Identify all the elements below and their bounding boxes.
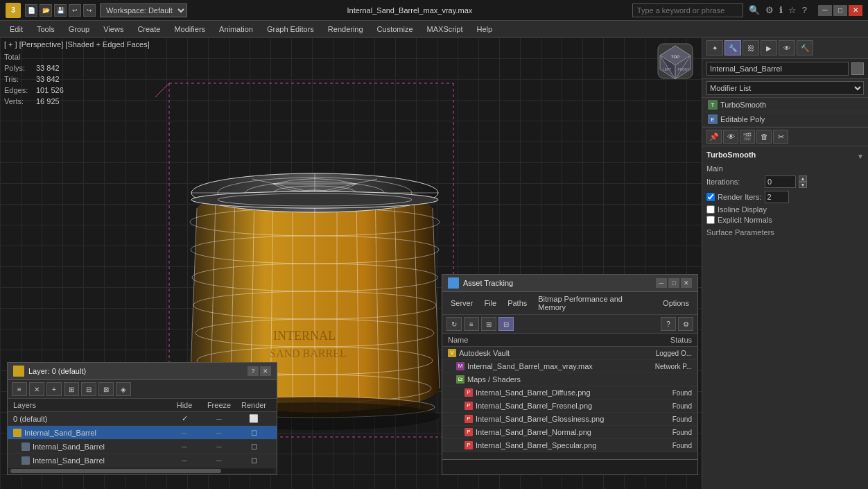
- asset-refresh-btn[interactable]: ↻: [446, 317, 462, 331]
- menu-customize[interactable]: Customize: [370, 23, 420, 35]
- iterations-up[interactable]: ▲: [799, 175, 807, 182]
- asset-row-4[interactable]: P Internal_Sand_Barrel_Fresnel.png Found: [442, 400, 697, 413]
- modifier-item-turbosmooth[interactable]: T TurboSmooth: [702, 98, 868, 112]
- menu-animation[interactable]: Animation: [212, 23, 260, 35]
- surface-params-label[interactable]: Surface Parameters: [706, 228, 864, 237]
- asset-row-2[interactable]: 🗂 Maps / Shaders: [442, 373, 697, 386]
- asset-minimize-btn[interactable]: ─: [656, 278, 667, 288]
- layer-row-0[interactable]: 0 (default) ✓ ─ ⬜: [8, 412, 277, 426]
- maps-folder-icon: 🗂: [456, 375, 465, 384]
- show-in-render-btn[interactable]: 🎬: [740, 130, 755, 144]
- layer-delete-btn[interactable]: ✕: [29, 382, 44, 396]
- create-panel-btn[interactable]: ✦: [706, 40, 723, 55]
- search-icon[interactable]: 🔍: [747, 5, 761, 15]
- layer-btn6[interactable]: ⊠: [98, 382, 114, 396]
- layer-help-btn[interactable]: ?: [248, 366, 259, 376]
- layer-btn5[interactable]: ⊟: [81, 382, 96, 396]
- layer-btn7[interactable]: ◈: [116, 382, 131, 396]
- cut-modifier-btn[interactable]: ✂: [773, 130, 788, 144]
- menu-graph-editors[interactable]: Graph Editors: [260, 23, 321, 35]
- workspace-selector[interactable]: Workspace: Default: [100, 3, 187, 17]
- render-iters-input[interactable]: [765, 191, 789, 203]
- menu-modifiers[interactable]: Modifiers: [167, 23, 212, 35]
- asset-grid-btn[interactable]: ⊞: [481, 317, 496, 331]
- layer-row-2[interactable]: Internal_Sand_Barrel ─ ─ ◻: [8, 440, 277, 454]
- asset-list-btn[interactable]: ≡: [464, 317, 479, 331]
- motion-btn[interactable]: ▶: [761, 40, 777, 55]
- asset-menu-bitmap[interactable]: Bitmap Performance and Memory: [534, 293, 656, 313]
- layer-close-btn[interactable]: ✕: [260, 366, 271, 376]
- isoline-checkbox[interactable]: [706, 205, 715, 214]
- asset-help-btn[interactable]: ?: [661, 317, 676, 331]
- search-input[interactable]: [632, 3, 743, 17]
- close-button[interactable]: ✕: [849, 5, 862, 16]
- explicit-normals-checkbox[interactable]: [706, 216, 715, 224]
- asset-menu-options[interactable]: Options: [659, 298, 693, 309]
- asset-table-btn[interactable]: ⊟: [498, 317, 514, 331]
- layer-add-btn[interactable]: +: [46, 382, 62, 396]
- layer-type-btn[interactable]: ≡: [12, 382, 27, 396]
- layer-dash-0: ─: [202, 415, 236, 423]
- asset-input-bar[interactable]: [442, 459, 697, 474]
- save-btn[interactable]: 💾: [54, 4, 67, 17]
- svg-line-4: [155, 83, 169, 97]
- layer-scroll-thumb[interactable]: [10, 469, 221, 473]
- menu-help[interactable]: Help: [470, 23, 500, 35]
- collapse-btn[interactable]: ▼: [857, 153, 864, 160]
- layer-row-3[interactable]: Internal_Sand_Barrel ─ ─ ◻: [8, 454, 277, 467]
- maximize-button[interactable]: □: [833, 5, 847, 16]
- asset-row-3[interactable]: P Internal_Sand_Barrel_Diffuse.png Found: [442, 386, 697, 400]
- vault-icon: V: [448, 349, 456, 357]
- layer-btn4[interactable]: ⊞: [64, 382, 79, 396]
- show-in-vp-btn[interactable]: 👁: [723, 130, 738, 144]
- star-icon[interactable]: ☆: [787, 5, 798, 15]
- minimize-button[interactable]: ─: [818, 5, 832, 16]
- info-icon[interactable]: ℹ: [778, 5, 784, 15]
- menu-group[interactable]: Group: [62, 23, 97, 35]
- asset-row-0[interactable]: V Autodesk Vault Logged O...: [442, 347, 697, 360]
- asset-row-1[interactable]: M Internal_Sand_Barrel_max_vray.max Netw…: [442, 360, 697, 373]
- asset-row-7[interactable]: P Internal_Sand_Barrel_Specular.png Foun…: [442, 439, 697, 452]
- undo-btn[interactable]: ↩: [69, 4, 81, 17]
- open-btn[interactable]: 📂: [40, 4, 52, 17]
- object-name-input[interactable]: [706, 62, 849, 76]
- asset-close-btn[interactable]: ✕: [681, 278, 692, 288]
- asset-row-5[interactable]: P Internal_Sand_Barrel_Glossiness.png Fo…: [442, 413, 697, 426]
- asset-name-6: P Internal_Sand_Barrel_Normal.png: [465, 428, 636, 436]
- new-btn[interactable]: 📄: [25, 4, 37, 17]
- modifier-item-editablepoly[interactable]: E Editable Poly: [702, 112, 868, 127]
- settings-icon[interactable]: ⚙: [764, 5, 775, 15]
- modify-panel-btn[interactable]: 🔧: [724, 40, 741, 55]
- menu-tools[interactable]: Tools: [30, 23, 62, 35]
- asset-scrollbar[interactable]: [442, 452, 697, 459]
- display-btn[interactable]: 👁: [779, 40, 795, 55]
- menu-edit[interactable]: Edit: [3, 23, 30, 35]
- stats-panel: Total Polys: 33 842 Tris: 33 842 Edges: …: [4, 51, 64, 107]
- delete-modifier-btn[interactable]: 🗑: [756, 130, 772, 144]
- redo-btn[interactable]: ↪: [83, 4, 96, 17]
- pin-stack-btn[interactable]: 📌: [706, 130, 722, 144]
- menu-rendering[interactable]: Rendering: [321, 23, 370, 35]
- asset-col-status: Status: [636, 336, 692, 344]
- object-color-swatch[interactable]: [851, 62, 864, 75]
- modifier-list-dropdown[interactable]: Modifier List: [706, 81, 864, 95]
- menu-maxscript[interactable]: MAXScript: [420, 23, 470, 35]
- asset-row-6[interactable]: P Internal_Sand_Barrel_Normal.png Found: [442, 426, 697, 439]
- asset-settings-btn[interactable]: ⚙: [678, 317, 693, 331]
- layer-row-1[interactable]: Internal_Sand_Barrel ─ ─ ◻: [8, 426, 277, 440]
- iterations-down[interactable]: ▼: [799, 182, 807, 188]
- svg-text:TOP: TOP: [671, 55, 679, 59]
- asset-menu-file[interactable]: File: [480, 298, 501, 309]
- iterations-input[interactable]: [765, 175, 796, 188]
- utilities-btn[interactable]: 🔨: [797, 40, 813, 55]
- viewport-cube[interactable]: TOP LEFT FRONT: [654, 40, 696, 82]
- asset-menu-paths[interactable]: Paths: [503, 298, 531, 309]
- layer-scrollbar[interactable]: [8, 467, 277, 474]
- menu-views[interactable]: Views: [96, 23, 130, 35]
- render-iters-checkbox[interactable]: [706, 193, 715, 201]
- menu-create[interactable]: Create: [130, 23, 167, 35]
- help-icon[interactable]: ?: [801, 5, 808, 15]
- hierarchy-btn[interactable]: ⛓: [743, 40, 759, 55]
- asset-menu-server[interactable]: Server: [446, 298, 477, 309]
- asset-maximize-btn[interactable]: □: [668, 278, 679, 288]
